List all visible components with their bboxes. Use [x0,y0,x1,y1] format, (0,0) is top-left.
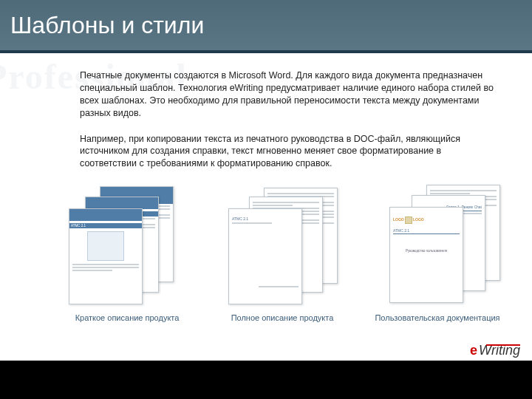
brand-logo: eWriting [470,343,520,358]
paragraph-2: Например, при копировании текста из печа… [80,133,494,171]
thumb-group-userdoc: Глава 1. Режим Chat LOGO LOGO ATMC 2.1 Р… [364,183,511,322]
slide-title: Шаблоны и стили [10,12,204,39]
content-area: Печатные документы создаются в Microsoft… [0,53,532,170]
slide-header: Шаблоны и стили [0,0,532,53]
doc-thumbnail: ATMC 2.1 [228,208,302,304]
thumb-caption: Краткое описание продукта [75,313,180,322]
brand-e: e [470,343,477,358]
thumb-stack: SCINEX Lock Server 1.0 ATMC 2.1 ATMC 2.1 [64,183,190,309]
thumb-group-full: ATMC 2.1 Полное описание продукта [208,183,356,322]
thumb-caption: Пользовательская документация [375,313,499,322]
doc-thumbnail: LOGO LOGO ATMC 2.1 Руководство пользоват… [389,207,463,303]
brand-rest: Writing [479,343,520,358]
thumb-caption: Полное описание продукта [231,313,334,322]
thumb-stack: ATMC 2.1 [219,183,345,309]
doc-thumbnail: ATMC 2.1 [69,208,143,304]
thumb-group-brief: SCINEX Lock Server 1.0 ATMC 2.1 ATMC 2.1… [53,183,201,322]
thumbnail-row: SCINEX Lock Server 1.0 ATMC 2.1 ATMC 2.1… [0,183,532,322]
slide-footer [0,361,532,399]
thumb-stack: Глава 1. Режим Chat LOGO LOGO ATMC 2.1 Р… [375,183,500,309]
paragraph-1: Печатные документы создаются в Microsoft… [80,69,494,120]
